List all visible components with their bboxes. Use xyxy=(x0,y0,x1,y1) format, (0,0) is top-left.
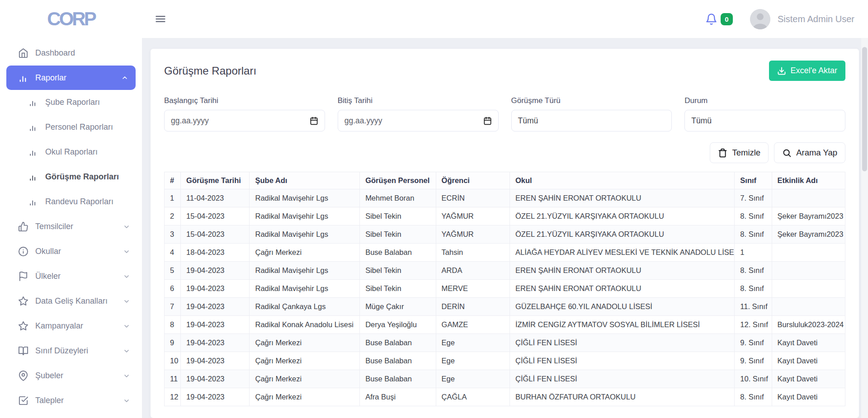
table-cell: GÜZELBAHÇE 60.YIL ANADOLU LİSESİ xyxy=(509,298,734,316)
start-date-input[interactable]: gg.aa.yyyy xyxy=(164,110,325,132)
table-cell: Afra Buşi xyxy=(360,388,436,406)
chevron-down-icon xyxy=(123,397,130,404)
bar-chart-icon xyxy=(18,73,28,83)
table-cell: Kayıt Daveti xyxy=(772,388,845,406)
column-header: Öğrenci xyxy=(436,172,509,189)
bar-chart-icon xyxy=(28,173,38,182)
sidebar-subitem-randevu-raporlari[interactable]: Randevu Raporları xyxy=(0,189,142,214)
table-cell: Ege xyxy=(436,370,509,388)
calendar-icon[interactable] xyxy=(483,117,492,125)
thumbs-up-icon xyxy=(18,221,28,232)
status-select[interactable]: Tümü xyxy=(684,110,845,132)
table-cell: ÇİĞLİ FEN LİSESİ xyxy=(509,352,734,370)
end-date-input[interactable]: gg.aa.yyyy xyxy=(338,110,499,132)
sidebar-item-label: Temsilciler xyxy=(35,222,73,231)
sidebar-item-label: Talepler xyxy=(35,396,64,405)
search-button[interactable]: Arama Yap xyxy=(774,142,845,163)
sidebar-item-subeler[interactable]: Şubeler xyxy=(0,363,142,388)
table-cell: 8. Sınıf xyxy=(735,262,772,280)
table-row: 819-04-2023Radikal Konak Anadolu LisesiD… xyxy=(165,316,845,334)
table-cell: Çağrı Merkezi xyxy=(250,334,360,352)
sidebar-item-label: Raporlar xyxy=(35,73,66,83)
bar-chart-icon xyxy=(28,123,38,132)
export-excel-label: Excel'e Aktar xyxy=(791,66,837,75)
sidebar-subitem-okul-raporlari[interactable]: Okul Raporları xyxy=(0,140,142,164)
search-icon xyxy=(782,148,792,158)
table-cell: 9. Sınıf xyxy=(735,334,772,352)
sidebar-subitem-sube-raporlari[interactable]: Şube Raporları xyxy=(0,90,142,115)
sidebar-item-okullar[interactable]: Okullar xyxy=(0,239,142,264)
table-cell: ÇİĞLİ FEN LİSESİ xyxy=(509,370,734,388)
date-placeholder: gg.aa.yyyy xyxy=(171,116,209,126)
scrollbar-thumb[interactable] xyxy=(862,47,867,171)
table-cell: Radikal Mavişehir Lgs xyxy=(250,262,360,280)
table-cell: Radikal Mavişehir Lgs xyxy=(250,207,360,225)
table-cell: 19-04-2023 xyxy=(181,370,250,388)
table-cell: Sibel Tekin xyxy=(360,280,436,298)
sidebar-item-raporlar[interactable]: Raporlar xyxy=(6,66,136,90)
sidebar-item-ulkeler[interactable]: Ülkeler xyxy=(0,264,142,289)
chevron-down-icon xyxy=(123,223,130,230)
table-cell: 10 xyxy=(165,352,181,370)
table-cell: 11 xyxy=(165,370,181,388)
table-cell: YAĞMUR xyxy=(436,207,509,225)
table-cell: 8. Sınıf xyxy=(735,388,772,406)
brand-logo[interactable]: CORP xyxy=(0,0,142,38)
bell-icon[interactable] xyxy=(705,13,717,25)
app-root: CORP Dashboard Raporlar xyxy=(0,0,868,418)
table-row: 1119-04-2023Çağrı MerkeziBuse BalabanEge… xyxy=(165,370,845,388)
sidebar-item-data-gelis-kanallari[interactable]: Data Geliş Kanalları xyxy=(0,289,142,314)
sidebar-subitem-label: Görüşme Raporları xyxy=(45,172,119,182)
user-name[interactable]: Sistem Admin User xyxy=(778,14,854,24)
table-cell: 9. Sınıf xyxy=(735,352,772,370)
table-cell: ECRİN xyxy=(436,189,509,207)
table-cell xyxy=(772,298,845,316)
table-cell: ÇİĞLİ FEN LİSESİ xyxy=(509,334,734,352)
filter-end-date: Bitiş Tarihi gg.aa.yyyy xyxy=(338,96,499,132)
calendar-icon[interactable] xyxy=(310,117,318,125)
sidebar-item-temsilciler[interactable]: Temsilciler xyxy=(0,214,142,239)
table-cell: Ege xyxy=(436,334,509,352)
export-excel-button[interactable]: Excel'e Aktar xyxy=(769,61,845,81)
table-cell: İZMİR CENGİZ AYTMATOV SOSYAL BİLİMLER Lİ… xyxy=(509,316,734,334)
table-cell: Buse Balaban xyxy=(360,370,436,388)
table-row: 1019-04-2023Çağrı MerkeziBuse BalabanEge… xyxy=(165,352,845,370)
select-value: Tümü xyxy=(518,116,538,126)
table-cell: Bursluluk2023-2024 xyxy=(772,316,845,334)
notification-badge[interactable]: 0 xyxy=(721,13,733,25)
table-cell: EREN ŞAHİN ERONAT ORTAOKULU xyxy=(509,280,734,298)
table-cell: Radikal Mavişehir Lgs xyxy=(250,225,360,244)
bar-chart-icon xyxy=(28,148,38,157)
table-row: 619-04-2023Radikal Mavişehir LgsSibel Te… xyxy=(165,280,845,298)
table-cell: 11-04-2023 xyxy=(181,189,250,207)
table-cell: 9 xyxy=(165,334,181,352)
sidebar-item-label: Okullar xyxy=(35,247,61,256)
sidebar-subitem-personel-raporlari[interactable]: Personel Raporları xyxy=(0,115,142,140)
table-row: 519-04-2023Radikal Mavişehir LgsSibel Te… xyxy=(165,262,845,280)
table-cell: 18-04-2023 xyxy=(181,244,250,262)
clear-button[interactable]: Temizle xyxy=(710,142,769,163)
reports-table: #Görüşme TarihiŞube AdıGörüşen PersonelÖ… xyxy=(164,172,845,406)
avatar[interactable] xyxy=(750,9,770,29)
table-cell: Buse Balaban xyxy=(360,244,436,262)
table-cell xyxy=(772,280,845,298)
sidebar-item-sinif-duzeyleri[interactable]: Sınıf Düzeyleri xyxy=(0,338,142,363)
column-header: # xyxy=(165,172,181,189)
table-row: 215-04-2023Radikal Mavişehir LgsSibel Te… xyxy=(165,207,845,225)
sidebar-item-label: Kampanyalar xyxy=(35,321,83,331)
table-cell: ÖZEL 21.YÜZYIL KARŞIYAKA ORTAOKULU xyxy=(509,225,734,244)
hamburger-menu-icon[interactable] xyxy=(154,13,167,25)
sidebar-item-kampanyalar[interactable]: Kampanyalar xyxy=(0,314,142,338)
star-icon xyxy=(18,296,28,306)
sidebar-item-dashboard[interactable]: Dashboard xyxy=(0,41,142,66)
table-cell: 5 xyxy=(165,262,181,280)
table-cell: 2 xyxy=(165,207,181,225)
sidebar-item-talepler[interactable]: Talepler xyxy=(0,388,142,413)
scrollbar-track[interactable] xyxy=(861,38,868,418)
table-cell: Çağrı Merkezi xyxy=(250,244,360,262)
table-cell: ÖZEL 21.YÜZYIL KARŞIYAKA ORTAOKULU xyxy=(509,207,734,225)
meeting-type-select[interactable]: Tümü xyxy=(511,110,672,132)
sidebar-subitem-gorusme-raporlari[interactable]: Görüşme Raporları xyxy=(0,164,142,189)
table-cell: GAMZE xyxy=(436,316,509,334)
date-placeholder: gg.aa.yyyy xyxy=(344,116,382,126)
